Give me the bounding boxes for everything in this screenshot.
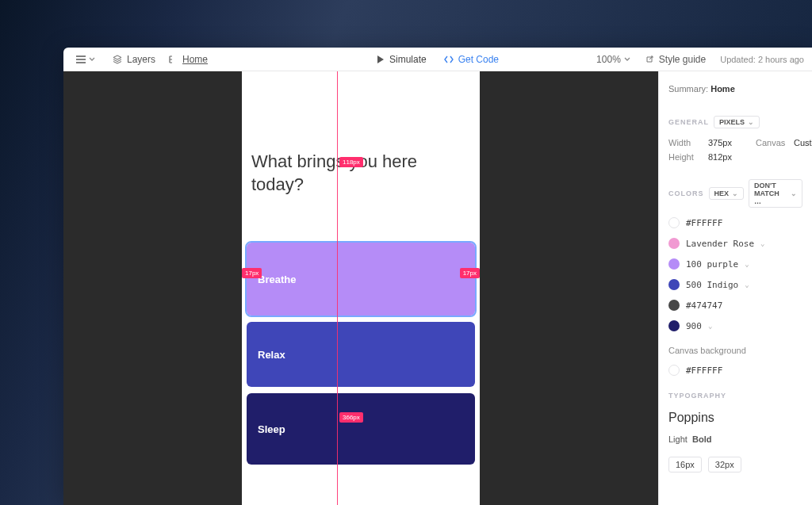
width-key: Width bbox=[668, 138, 708, 147]
inspector-panel: Summary: Home GENERAL PIXELS ⌄ Width 375… bbox=[658, 71, 812, 505]
swatch-icon bbox=[668, 320, 680, 331]
layers-label: Layers bbox=[127, 54, 155, 65]
color-name: #FFFFFF bbox=[686, 218, 722, 228]
external-link-icon bbox=[645, 55, 654, 64]
weight-light: Light bbox=[668, 434, 688, 444]
canvas-bg-value: #FFFFFF bbox=[686, 365, 722, 376]
card-relax[interactable]: Relax bbox=[247, 322, 475, 387]
measure-label-right: 17px bbox=[460, 268, 480, 278]
color-row-indigo[interactable]: 500 Indigo ⌄ bbox=[668, 279, 802, 290]
weight-bold: Bold bbox=[692, 434, 711, 444]
chevron-down-icon bbox=[624, 57, 630, 62]
general-label: GENERAL bbox=[668, 118, 709, 126]
chevron-down-icon: ⌄ bbox=[748, 118, 754, 126]
size-chip-32[interactable]: 32px bbox=[708, 457, 741, 472]
color-row-lavender[interactable]: Lavender Rose ⌄ bbox=[668, 238, 802, 249]
chevron-down-icon: ⌄ bbox=[745, 281, 749, 289]
height-value: 812px bbox=[708, 152, 756, 162]
toolbar-center: Simulate Get Code bbox=[377, 54, 499, 65]
card-sleep[interactable]: Sleep bbox=[247, 393, 475, 465]
card-label: Breathe bbox=[258, 274, 296, 285]
color-format-select[interactable]: HEX ⌄ bbox=[709, 187, 745, 200]
updated-label: Updated: 2 hours ago bbox=[720, 55, 804, 64]
measure-label-left: 17px bbox=[242, 268, 262, 278]
canvas-margin-right bbox=[480, 71, 658, 505]
canvas-bg-row[interactable]: #FFFFFF bbox=[668, 365, 802, 376]
zoom-label: 100% bbox=[596, 54, 621, 65]
measure-label-bottom: 366px bbox=[339, 412, 363, 423]
section-general: GENERAL PIXELS ⌄ bbox=[668, 116, 802, 128]
top-toolbar: Layers Home Simulate Get Code 100% bbox=[63, 48, 812, 71]
units-select[interactable]: PIXELS ⌄ bbox=[714, 116, 760, 128]
match-label: DON'T MATCH … bbox=[754, 182, 787, 205]
layers-button[interactable]: Layers bbox=[113, 54, 155, 65]
font-name: Poppins bbox=[668, 411, 802, 425]
zoom-select[interactable]: 100% bbox=[596, 54, 630, 65]
color-row-white[interactable]: #FFFFFF bbox=[668, 217, 802, 228]
canvas-margin-left bbox=[63, 71, 242, 505]
color-row-navy[interactable]: 900 ⌄ bbox=[668, 320, 802, 331]
swatch-icon bbox=[668, 300, 680, 311]
units-label: PIXELS bbox=[719, 118, 745, 126]
app-body: 118px 17px 17px 366px What brings you he… bbox=[63, 71, 812, 505]
toolbar-right: 100% Style guide Updated: 2 hours ago bbox=[596, 54, 804, 65]
tree-icon bbox=[168, 55, 178, 64]
color-row-gray[interactable]: #474747 bbox=[668, 300, 802, 311]
measure-label-top: 118px bbox=[339, 157, 363, 167]
center-guide-line bbox=[337, 71, 338, 505]
chevron-down-icon: ⌄ bbox=[745, 260, 749, 268]
simulate-label: Simulate bbox=[389, 54, 427, 65]
canvas-key: Canvas bbox=[756, 138, 794, 147]
chevron-down-icon: ⌄ bbox=[760, 239, 764, 247]
canvas-area[interactable]: 118px 17px 17px 366px What brings you he… bbox=[63, 71, 658, 505]
dimensions-grid: Width 375px Canvas Custom Height 812px bbox=[668, 138, 802, 162]
hamburger-icon bbox=[76, 55, 86, 63]
chevron-down-icon: ⌄ bbox=[791, 189, 797, 197]
typography-label: TYPOGRAPHY bbox=[668, 392, 726, 400]
color-name: 900 bbox=[686, 321, 702, 331]
chevron-down-icon bbox=[89, 57, 95, 62]
layers-icon bbox=[113, 55, 122, 64]
artboard-inner: 118px 17px 17px 366px What brings you he… bbox=[242, 71, 480, 505]
card-breathe[interactable]: Breathe bbox=[247, 243, 475, 316]
match-select[interactable]: DON'T MATCH … ⌄ bbox=[749, 179, 802, 208]
size-chips: 16px 32px bbox=[668, 457, 802, 472]
chevron-down-icon: ⌄ bbox=[732, 189, 738, 197]
simulate-button[interactable]: Simulate bbox=[377, 54, 427, 65]
chevron-down-icon: ⌄ bbox=[708, 322, 712, 330]
artboard[interactable]: 118px 17px 17px 366px What brings you he… bbox=[242, 71, 480, 505]
color-name: 100 purple bbox=[686, 259, 738, 270]
summary-prefix: Summary: bbox=[668, 84, 708, 94]
canvas-value: Custom bbox=[794, 138, 812, 147]
color-name: #474747 bbox=[686, 300, 722, 311]
hex-label: HEX bbox=[714, 189, 730, 197]
menu-button[interactable] bbox=[71, 54, 100, 65]
width-value: 375px bbox=[708, 138, 756, 147]
style-guide-button[interactable]: Style guide bbox=[645, 54, 706, 65]
swatch-icon bbox=[668, 217, 680, 228]
get-code-label: Get Code bbox=[458, 54, 499, 65]
get-code-button[interactable]: Get Code bbox=[444, 54, 499, 65]
swatch-icon bbox=[668, 279, 680, 290]
size-chip-16[interactable]: 16px bbox=[668, 457, 702, 472]
app-window: Layers Home Simulate Get Code 100% bbox=[63, 48, 812, 505]
swatch-icon bbox=[668, 365, 680, 376]
color-name: Lavender Rose bbox=[686, 239, 754, 249]
play-icon bbox=[377, 55, 385, 63]
colors-label: COLORS bbox=[668, 189, 704, 197]
code-icon bbox=[444, 55, 454, 63]
swatch-icon bbox=[668, 238, 680, 249]
font-weights: Light Bold bbox=[668, 434, 802, 444]
card-label: Sleep bbox=[258, 423, 285, 435]
canvas-bg-label: Canvas background bbox=[668, 346, 802, 355]
card-label: Relax bbox=[258, 349, 285, 361]
section-typography: TYPOGRAPHY bbox=[668, 392, 802, 400]
breadcrumb-home-label: Home bbox=[182, 54, 208, 65]
color-row-purple[interactable]: 100 purple ⌄ bbox=[668, 258, 802, 270]
style-guide-label: Style guide bbox=[659, 54, 706, 65]
breadcrumb-home[interactable]: Home bbox=[168, 54, 208, 65]
summary-value: Home bbox=[710, 84, 735, 94]
section-colors: COLORS HEX ⌄ DON'T MATCH … ⌄ bbox=[668, 179, 802, 208]
swatch-icon bbox=[668, 258, 680, 270]
toolbar-left: Layers Home bbox=[71, 54, 208, 65]
